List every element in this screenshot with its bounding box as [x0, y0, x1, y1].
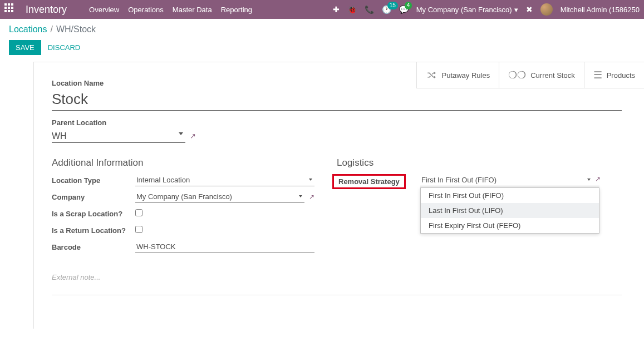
breadcrumb-current: WH/Stock: [56, 24, 96, 34]
is-scrap-checkbox[interactable]: [135, 209, 142, 216]
clock-icon[interactable]: 🕐15: [382, 5, 391, 14]
user-name[interactable]: Mitchell Admin (1586250: [561, 6, 640, 14]
nav-reporting[interactable]: Reporting: [221, 6, 252, 14]
brand-title[interactable]: Inventory: [26, 4, 67, 16]
save-button[interactable]: SAVE: [9, 40, 41, 55]
topbar: Inventory Overview Operations Master Dat…: [0, 0, 644, 19]
barcode-input[interactable]: [135, 241, 314, 253]
stat-current-stock[interactable]: ❍❍ Current Stock: [499, 62, 583, 88]
stat-label: Current Stock: [530, 71, 574, 80]
company-switcher[interactable]: My Company (San Francisco) ▾: [416, 6, 518, 14]
chevron-down-icon: [309, 179, 312, 181]
parent-location-label: Parent Location: [52, 118, 622, 127]
parent-location-select[interactable]: WH: [52, 129, 185, 143]
plus-icon[interactable]: ✚: [333, 5, 340, 14]
external-note[interactable]: External note...: [52, 273, 622, 281]
external-link-icon[interactable]: ↗: [595, 175, 601, 183]
avatar[interactable]: [540, 3, 553, 16]
company-label: Company: [52, 193, 135, 201]
apps-icon[interactable]: [4, 3, 17, 16]
breadcrumb-sep: /: [51, 24, 53, 34]
action-bar: SAVE DISCARD: [0, 37, 644, 62]
clock-badge: 15: [387, 2, 398, 9]
company-select[interactable]: [135, 191, 304, 203]
stat-products[interactable]: ☰ Products: [584, 62, 644, 88]
breadcrumb-root[interactable]: Locations: [9, 24, 47, 34]
external-link-icon[interactable]: ↗: [190, 132, 196, 140]
form-sheet: Putaway Rules ❍❍ Current Stock ☰ Product…: [33, 62, 644, 329]
nav-menu: Overview Operations Master Data Reportin…: [89, 6, 252, 14]
is-return-label: Is a Return Location?: [52, 226, 135, 235]
nav-operations[interactable]: Operations: [128, 6, 164, 14]
discard-button[interactable]: DISCARD: [48, 43, 81, 52]
stat-label: Products: [607, 71, 635, 80]
chevron-down-icon: ▾: [514, 6, 518, 14]
section-additional-title: Additional Information: [52, 157, 314, 168]
chevron-down-icon: [587, 179, 591, 181]
location-name-input[interactable]: [52, 90, 622, 111]
bug-icon[interactable]: 🐞: [347, 5, 357, 14]
dropdown-option-fefo[interactable]: First Expiry First Out (FEFO): [421, 218, 599, 233]
is-scrap-label: Is a Scrap Location?: [52, 210, 135, 218]
chat-badge: 4: [405, 2, 412, 9]
location-type-select[interactable]: [135, 174, 314, 186]
divider: [52, 295, 622, 295]
cubes-icon: ❍❍: [508, 69, 526, 81]
removal-strategy-label: Removal Strategy: [338, 177, 400, 186]
stat-label: Putaway Rules: [441, 71, 490, 80]
stat-buttons: Putaway Rules ❍❍ Current Stock ☰ Product…: [416, 62, 644, 88]
shuffle-icon: [426, 70, 437, 80]
breadcrumb: Locations / WH/Stock: [0, 19, 644, 37]
chevron-down-icon: [299, 195, 302, 197]
section-logistics-title: Logistics: [337, 157, 599, 168]
removal-strategy-dropdown: First In First Out (FIFO) Last In First …: [420, 187, 599, 234]
nav-overview[interactable]: Overview: [89, 6, 119, 14]
parent-location-value: WH: [52, 131, 67, 141]
chevron-down-icon: [179, 132, 183, 135]
dropdown-option-lifo[interactable]: Last In First Out (LIFO): [421, 203, 599, 218]
dropdown-option-fifo[interactable]: First In First Out (FIFO): [421, 188, 599, 203]
is-return-checkbox[interactable]: [135, 226, 142, 233]
barcode-label: Barcode: [52, 243, 135, 251]
removal-strategy-select[interactable]: [420, 174, 599, 186]
location-type-label: Location Type: [52, 176, 135, 185]
nav-master-data[interactable]: Master Data: [173, 6, 212, 14]
list-icon: ☰: [593, 69, 602, 81]
stat-putaway-rules[interactable]: Putaway Rules: [416, 62, 499, 88]
removal-strategy-highlight: Removal Strategy: [332, 174, 406, 189]
chat-icon[interactable]: 💬4: [399, 5, 409, 14]
phone-icon[interactable]: 📞: [365, 5, 374, 14]
wrench-icon[interactable]: ✖: [526, 5, 533, 14]
external-link-icon[interactable]: ↗: [309, 193, 314, 201]
